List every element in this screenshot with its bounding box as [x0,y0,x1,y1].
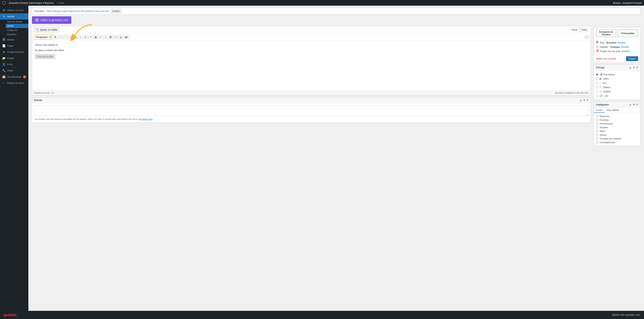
state-field: 🚩 État : Brouillon Modifier [596,41,638,45]
bold-btn[interactable]: B [53,35,58,39]
sidebar-item-profil[interactable]: 👤 Profil [0,61,28,68]
align-full-btn[interactable]: ≡ [113,35,118,39]
paragraph-select[interactable]: Paragraphe Titre 1 Titre 2 Titre 3 [34,35,52,40]
sidebar-item-google-reviews[interactable]: ★ Google Reviews [0,49,28,55]
extrait-textarea[interactable] [34,105,588,116]
add-media-btn[interactable]: 📎 Ajouter un média [34,28,59,32]
lock-btn[interactable]: 🔒 [118,35,123,39]
sidebar-item-medias[interactable]: 🖼 Médias [0,37,28,43]
cat-checkbox-troubles[interactable] [596,137,598,140]
sidebar-item-dashboard[interactable]: ⊞ Tableau de bord [0,7,28,13]
lien-icon: 🔗 [600,94,603,97]
cat-checkbox-phobies[interactable] [596,126,598,129]
publish-btn[interactable]: Publier [626,56,638,61]
visibility-label: Visibilité : [600,46,609,48]
link-btn[interactable]: 🔗 [83,35,88,39]
extrait-chevron-up[interactable]: ▲ [580,99,582,102]
extrait-learn-more-link[interactable]: En savoir plus [139,118,152,120]
tab-visual[interactable]: Visuel [569,28,580,32]
publish-date-field: 📅 Publier tout de suite Modifier [596,49,638,53]
extrait-chevron-down[interactable]: ▼ [583,99,586,102]
adminbar-left: Jacqueline Parayre Sophrologue à Bayonne… [2,1,64,5]
preview-btn[interactable]: Prévisualiser [618,29,638,37]
grid-btn[interactable]: ▦▾ [124,35,129,39]
cat-item-sport: Sport [596,129,638,133]
sidebar-item-reduire[interactable]: ← Réduire le menu [0,80,28,86]
cat-toggle[interactable]: ▽ [636,103,638,106]
cat-checkbox-uncategorized[interactable] [596,141,598,144]
fullscreen-btn[interactable]: ⤢ [584,35,589,39]
cat-tab-all[interactable]: Toutes [594,108,605,113]
format-radio-lien[interactable] [596,95,598,97]
save-draft-btn[interactable]: Enregistrer le brouillon [596,29,616,37]
sidebar-item-tous-articles[interactable]: Tous les articles [6,20,28,24]
format-chevron-up[interactable]: ▲ [629,66,632,69]
medias-icon: 🖼 [2,38,6,41]
align-left-btn[interactable]: ≡ [68,35,72,39]
sidebar-item-pages[interactable]: 📄 Pages [0,43,28,49]
modifier-permalien-btn[interactable]: Modifier [111,10,122,13]
cat-label-uncategorized: Uncategorized [600,141,614,144]
cat-checkbox-femmes[interactable] [596,119,598,121]
cat-chevron-down[interactable]: ▼ [633,103,635,106]
sidebar-item-label: Ajouter [7,25,14,27]
sidebar-item-outils[interactable]: 🔧 Outils [0,68,28,74]
google-reviews-icon: ★ [2,50,6,54]
tab-text[interactable]: Texte [580,28,589,32]
state-icon: 🚩 [596,41,599,44]
state-modify-link[interactable]: Modifier [618,41,626,44]
articles-submenu: Tous les articles Ajouter Catégories Éti… [0,20,28,37]
sidebar-item-categories[interactable]: Catégories [6,28,28,32]
format-radio-video[interactable] [596,78,598,80]
sidebar-item-projets[interactable]: 📁 Projets [0,55,28,61]
format-radio-galerie[interactable] [596,90,598,93]
citation-icon: ❝ [600,86,601,89]
blockquote-btn[interactable]: " [63,35,68,39]
list-btn[interactable]: ≡ [88,35,93,39]
format-label-son: Son [602,82,606,84]
format-toggle[interactable]: ▽ [636,66,638,69]
sidebar-item-articles[interactable]: ✎ Articles [0,13,28,20]
format-radio-citation[interactable] [596,86,598,89]
italic-btn[interactable]: I [58,35,63,39]
sidebar-item-ajouter[interactable]: Ajouter [6,24,28,28]
sidebar-item-label: Profil [7,63,12,66]
more-btn[interactable]: ↵ [98,35,103,39]
editor-body[interactable]: J'écris mon article ici . Je peux y mett… [32,41,590,90]
cat-checkbox-performance[interactable] [596,123,598,125]
format-radio-son[interactable] [596,82,598,84]
format-toolbar: Paragraphe Titre 1 Titre 2 Titre 3 B I "… [32,34,590,41]
create-link[interactable]: + Créer [56,2,64,4]
trash-btn[interactable]: Mettre à la corbeille [596,57,616,60]
color-btn[interactable]: A [103,35,108,39]
align-right-btn[interactable]: ≡ [78,35,82,39]
state-label: État : [600,41,605,44]
cat-chevron-up[interactable]: ▲ [629,103,632,106]
image-btn[interactable]: 🖼 [108,35,113,39]
extrait-toggle[interactable]: ▽ [586,99,588,102]
sidebar-item-etiquettes[interactable]: Étiquettes [6,32,28,37]
format-chevron-down[interactable]: ▼ [633,66,635,69]
video-icon: ▶ [600,77,602,80]
visibility-modify-link[interactable]: Modifier [621,46,629,48]
permalien-url[interactable]: https://parayre-sophrologue.fr/un-titre-… [46,10,109,13]
sidebar-item-label: Étiquettes [7,33,16,36]
categories-list: Epreuves Femmes Performance Phobies [594,113,640,146]
cat-label-sport: Sport [600,130,605,133]
toolbar-wrap: Paragraphe Titre 1 Titre 2 Titre 3 B I "… [32,34,590,41]
cat-tab-popular[interactable]: Plus utilisés [605,108,621,113]
cat-checkbox-sport[interactable] [596,130,598,132]
cat-checkbox-stress[interactable] [596,134,598,136]
publish-date-modify-link[interactable]: Modifier [622,50,630,53]
sidebar-item-teambooking[interactable]: 📅 TeamBooking 57 [0,74,28,80]
content-area: 📎 Ajouter un média Visuel Texte Paragrap [32,26,640,147]
format-label-default: Par défaut [604,73,615,76]
visibility-value: Publique [610,46,620,48]
format-radio-default[interactable] [596,73,598,76]
adminbar-right: Bonjour, Jacqueline Parayre [613,2,642,4]
table-btn[interactable]: ▦ [93,35,98,39]
publish-panel-top: Enregistrer le brouillon Prévisualiser [594,28,640,39]
divi-btn[interactable]: D Utiliser le générateur Divi [32,16,71,24]
align-center-btn[interactable]: ≡ [73,35,78,39]
cat-checkbox-epreuves[interactable] [596,115,598,117]
